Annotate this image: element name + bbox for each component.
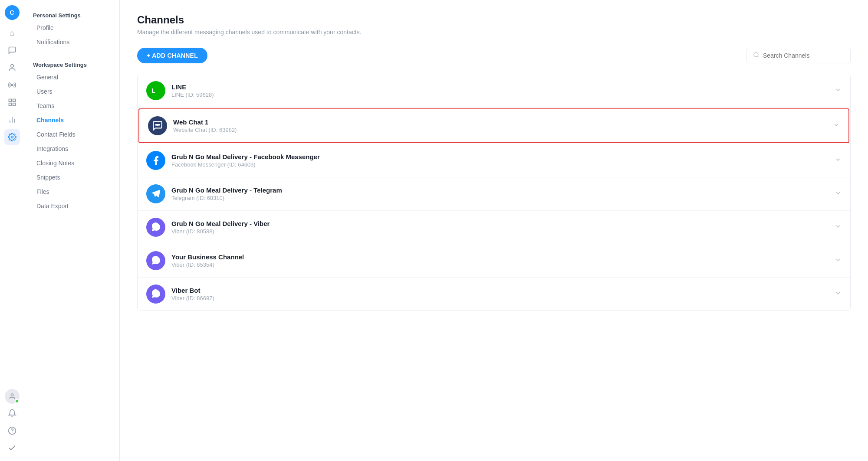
- workspace-settings-title: Workspace Settings: [24, 58, 119, 70]
- channel-chevron-viber3[interactable]: [835, 290, 842, 298]
- channel-item-line[interactable]: L LINE LINE (ID: 59628): [138, 74, 850, 108]
- svg-point-13: [754, 52, 758, 57]
- channel-chevron-telegram[interactable]: [835, 190, 842, 198]
- sidebar-item-contact-fields[interactable]: Contact Fields: [28, 128, 116, 141]
- channel-name-viber2: Your Business Channel: [171, 253, 835, 261]
- sidebar-item-channels[interactable]: Channels: [28, 113, 116, 127]
- sidebar-item-profile[interactable]: Profile: [28, 21, 116, 35]
- channel-item-viber2[interactable]: Your Business Channel Viber (ID: 85354): [138, 244, 850, 278]
- svg-point-18: [158, 124, 159, 125]
- page-subtitle: Manage the different messaging channels …: [137, 29, 851, 36]
- channel-name-fb: Grub N Go Meal Delivery - Facebook Messe…: [171, 153, 835, 160]
- page-title: Channels: [137, 14, 851, 26]
- svg-point-17: [157, 124, 158, 125]
- channel-name-telegram: Grub N Go Meal Delivery - Telegram: [171, 186, 835, 194]
- svg-point-1: [11, 84, 13, 85]
- svg-rect-2: [9, 99, 11, 102]
- channel-item-telegram[interactable]: Grub N Go Meal Delivery - Telegram Teleg…: [138, 177, 850, 211]
- analytics-icon[interactable]: [4, 112, 20, 128]
- channel-name-viber1: Grub N Go Meal Delivery - Viber: [171, 220, 835, 227]
- settings-icon[interactable]: [4, 129, 20, 145]
- svg-point-16: [156, 124, 157, 125]
- sidebar-item-notifications[interactable]: Notifications: [28, 35, 116, 49]
- broadcast-icon[interactable]: [4, 77, 20, 93]
- user-status-icon[interactable]: [5, 389, 20, 404]
- chat-icon[interactable]: [4, 43, 20, 58]
- channel-info-telegram: Grub N Go Meal Delivery - Telegram Teleg…: [171, 186, 835, 201]
- sidebar-item-closing-notes[interactable]: Closing Notes: [28, 156, 116, 170]
- channel-info-viber1: Grub N Go Meal Delivery - Viber Viber (I…: [171, 220, 835, 235]
- channel-avatar-webchat1: [148, 116, 167, 135]
- channel-item-fb[interactable]: Grub N Go Meal Delivery - Facebook Messe…: [138, 144, 850, 177]
- channel-avatar-viber1: [146, 218, 165, 237]
- channel-chevron-webchat1[interactable]: [833, 121, 840, 130]
- channel-item-viber3[interactable]: Viber Bot Viber (ID: 86697): [138, 278, 850, 311]
- personal-settings-title: Personal Settings: [24, 9, 119, 20]
- search-icon: [753, 52, 760, 59]
- channel-item-webchat1[interactable]: Web Chat 1 Website Chat (ID: 63982): [138, 108, 849, 143]
- channel-sub-line: LINE (ID: 59628): [171, 92, 835, 98]
- channel-avatar-telegram: [146, 184, 165, 203]
- toolbar: + ADD CHANNEL: [137, 48, 851, 63]
- user-avatar[interactable]: C: [5, 5, 20, 20]
- channel-info-viber3: Viber Bot Viber (ID: 86697): [171, 287, 835, 301]
- channel-info-line: LINE LINE (ID: 59628): [171, 83, 835, 98]
- channel-sub-viber3: Viber (ID: 86697): [171, 295, 835, 301]
- channel-sub-webchat1: Website Chat (ID: 63982): [173, 127, 833, 133]
- svg-rect-4: [9, 103, 11, 106]
- main-content: Channels Manage the different messaging …: [120, 0, 868, 461]
- channel-avatar-fb: [146, 151, 165, 170]
- channel-info-viber2: Your Business Channel Viber (ID: 85354): [171, 253, 835, 268]
- add-channel-button[interactable]: + ADD CHANNEL: [137, 48, 207, 63]
- team-icon[interactable]: [4, 95, 20, 110]
- channel-sub-fb: Facebook Messenger (ID: 64603): [171, 161, 835, 168]
- sidebar-item-snippets[interactable]: Snippets: [28, 170, 116, 184]
- channel-chevron-line[interactable]: [835, 86, 842, 95]
- channel-sub-viber2: Viber (ID: 85354): [171, 262, 835, 268]
- channel-name-line: LINE: [171, 83, 835, 91]
- contacts-icon[interactable]: [4, 60, 20, 75]
- help-icon[interactable]: [4, 423, 20, 438]
- channel-name-webchat1: Web Chat 1: [173, 118, 833, 126]
- icon-nav: C ⌂: [0, 0, 24, 461]
- svg-point-9: [11, 136, 13, 138]
- channel-avatar-line: L: [146, 81, 165, 100]
- channel-info-webchat1: Web Chat 1 Website Chat (ID: 63982): [173, 118, 833, 133]
- channel-avatar-viber3: [146, 284, 165, 304]
- channel-item-viber1[interactable]: Grub N Go Meal Delivery - Viber Viber (I…: [138, 211, 850, 244]
- channel-chevron-viber1[interactable]: [835, 223, 842, 232]
- channel-chevron-fb[interactable]: [835, 156, 842, 165]
- sidebar-item-data-export[interactable]: Data Export: [28, 199, 116, 213]
- home-icon[interactable]: ⌂: [4, 25, 20, 41]
- svg-point-0: [10, 65, 13, 68]
- channel-sub-viber1: Viber (ID: 80588): [171, 228, 835, 235]
- svg-text:L: L: [151, 87, 155, 94]
- channel-chevron-viber2[interactable]: [835, 256, 842, 265]
- channel-avatar-viber2: [146, 251, 165, 270]
- channel-list: L LINE LINE (ID: 59628) Web Chat 1 Websi…: [137, 74, 851, 311]
- channel-name-viber3: Viber Bot: [171, 287, 835, 294]
- svg-line-14: [757, 56, 759, 57]
- sidebar-item-users[interactable]: Users: [28, 85, 116, 98]
- svg-point-10: [11, 394, 13, 396]
- notifications-bell-icon[interactable]: [4, 405, 20, 421]
- sidebar: Personal Settings Profile Notifications …: [24, 0, 120, 461]
- channel-sub-telegram: Telegram (ID: 68310): [171, 195, 835, 201]
- sidebar-item-integrations[interactable]: Integrations: [28, 142, 116, 156]
- check-icon[interactable]: [4, 440, 20, 456]
- sidebar-item-files[interactable]: Files: [28, 185, 116, 199]
- sidebar-item-teams[interactable]: Teams: [28, 99, 116, 113]
- search-input[interactable]: [763, 52, 844, 59]
- sidebar-item-general[interactable]: General: [28, 70, 116, 84]
- svg-rect-3: [13, 99, 15, 102]
- search-box: [746, 48, 851, 63]
- svg-rect-5: [13, 103, 15, 106]
- channel-info-fb: Grub N Go Meal Delivery - Facebook Messe…: [171, 153, 835, 168]
